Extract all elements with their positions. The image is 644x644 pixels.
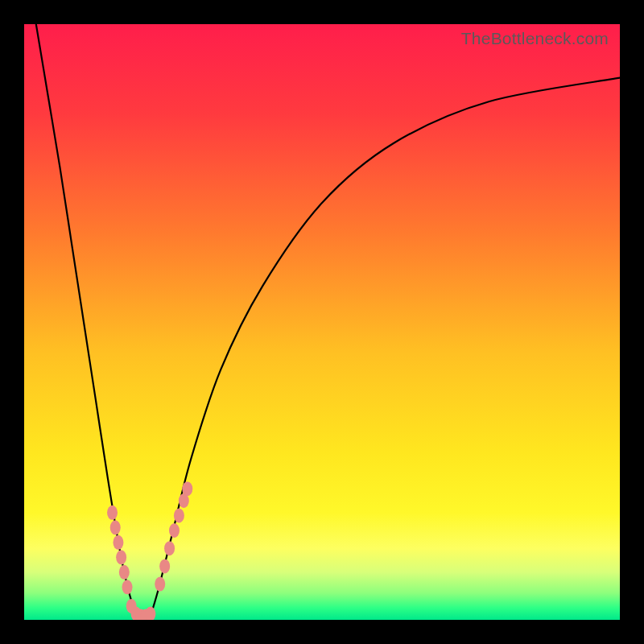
marker-dot: [182, 481, 192, 496]
marker-dot: [164, 541, 175, 555]
marker-dot: [159, 559, 170, 573]
curve-right-branch: [149, 78, 620, 620]
marker-dot: [110, 520, 121, 535]
marker-dot: [113, 535, 123, 550]
chart-frame: TheBottleneck.com: [0, 0, 644, 644]
plot-area: TheBottleneck.com: [24, 24, 620, 620]
marker-dot: [174, 509, 184, 523]
marker-dot: [119, 565, 130, 580]
watermark-text: TheBottleneck.com: [461, 29, 609, 48]
highlight-markers: [107, 481, 192, 620]
marker-dot: [122, 580, 133, 594]
marker-dot: [169, 523, 180, 538]
marker-dot: [107, 506, 118, 520]
marker-dot: [155, 577, 165, 592]
curve-left-branch: [36, 24, 138, 620]
marker-dot: [145, 607, 155, 620]
marker-dot: [116, 550, 126, 564]
bottleneck-curve: [24, 24, 620, 620]
